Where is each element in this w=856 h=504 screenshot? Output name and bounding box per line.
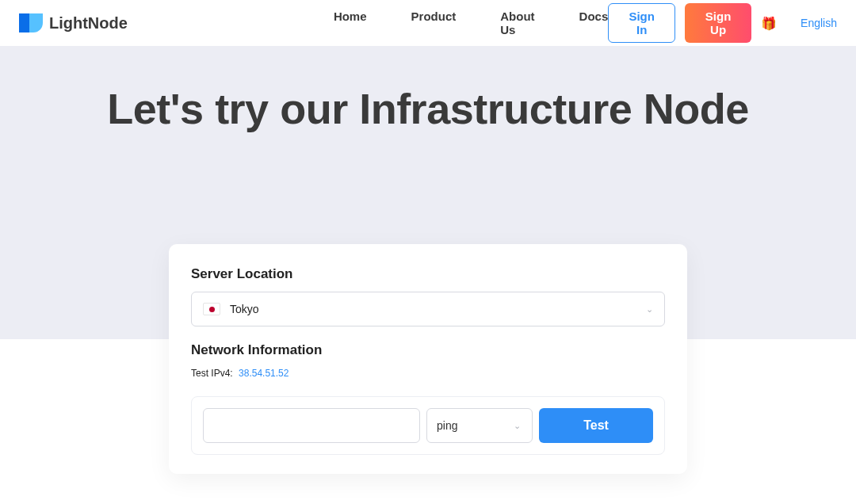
ipv4-row: Test IPv4: 38.54.51.52: [191, 368, 665, 379]
test-card: Server Location Tokyo ⌄ Network Informat…: [169, 244, 687, 474]
network-label: Network Information: [191, 342, 665, 358]
header-actions: Sign In Sign Up 🎁 English: [608, 3, 837, 43]
host-input[interactable]: [203, 408, 420, 443]
method-select[interactable]: ping ⌄: [426, 408, 533, 443]
network-info: Network Information Test IPv4: 38.54.51.…: [191, 342, 665, 379]
chevron-down-icon: ⌄: [646, 304, 653, 315]
nav-home[interactable]: Home: [334, 10, 367, 36]
location-select[interactable]: Tokyo ⌄: [191, 292, 665, 326]
location-label: Server Location: [191, 266, 665, 282]
header: LightNode Home Product About Us Docs Sig…: [0, 0, 856, 46]
signup-button[interactable]: Sign Up: [685, 3, 751, 43]
signin-button[interactable]: Sign In: [608, 3, 675, 43]
logo-text: LightNode: [49, 14, 128, 32]
ipv4-value[interactable]: 38.54.51.52: [239, 368, 289, 379]
ipv4-label: Test IPv4:: [191, 368, 233, 379]
method-value: ping: [437, 419, 457, 432]
card-container: Server Location Tokyo ⌄ Network Informat…: [0, 244, 856, 504]
test-button[interactable]: Test: [539, 408, 653, 443]
nav-product[interactable]: Product: [411, 10, 457, 36]
nav-about[interactable]: About Us: [500, 10, 534, 36]
nav-docs[interactable]: Docs: [579, 10, 609, 36]
chevron-down-icon: ⌄: [514, 421, 521, 431]
gift-icon[interactable]: 🎁: [761, 16, 777, 31]
flag-japan-icon: [203, 303, 220, 315]
main-nav: Home Product About Us Docs: [334, 10, 608, 36]
test-row: ping ⌄ Test: [191, 396, 665, 455]
logo-icon: [19, 13, 43, 32]
location-value: Tokyo: [230, 303, 259, 315]
logo[interactable]: LightNode: [19, 13, 128, 32]
page-title: Let's try our Infrastructure Node: [0, 84, 856, 133]
language-select[interactable]: English: [801, 17, 837, 29]
